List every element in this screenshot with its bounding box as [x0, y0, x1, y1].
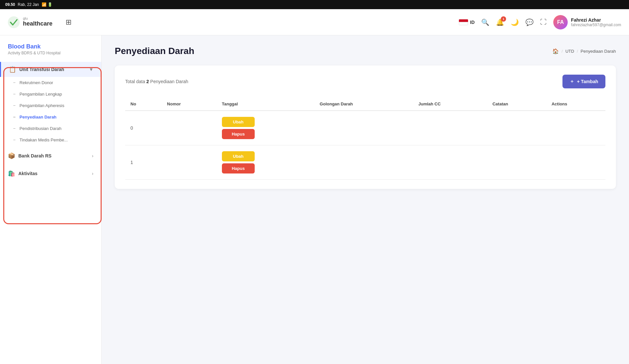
chat-button[interactable]: 💬	[525, 18, 534, 26]
breadcrumb-sep-2: /	[577, 49, 578, 54]
sidebar-item-pengambilan-lengkap[interactable]: − Pengambilan Lengkap	[0, 88, 101, 100]
sidebar-item-rekrutmen-donor[interactable]: − Rekrutmen Donor	[0, 77, 101, 88]
sidebar-section-aktivitas: 🛍️ Aktivitas ›	[0, 166, 101, 181]
page-title: Penyediaan Darah	[115, 46, 194, 56]
sidebar-item-tindakan-medis[interactable]: − Tindakan Medis Pembe...	[0, 134, 101, 146]
row0-jumlahcc	[413, 111, 487, 145]
row1-golongan	[314, 145, 413, 180]
search-button[interactable]: 🔍	[481, 18, 489, 26]
rekrutmen-donor-label: Rekrutmen Donor	[20, 80, 53, 85]
ubah-button-1[interactable]: Ubah	[222, 151, 255, 161]
utd-icon: 📋	[9, 66, 16, 73]
fullscreen-button[interactable]: ⛶	[540, 18, 547, 26]
page-header: Penyediaan Darah 🏠 / UTD / Penyediaan Da…	[115, 46, 616, 56]
bank-darah-icon: 📦	[8, 152, 15, 159]
language-selector[interactable]: ID	[459, 19, 475, 25]
table-body: 0 Ubah Hapus 1	[125, 111, 605, 180]
tindakan-medis-label: Tindakan Medis Pembe...	[20, 137, 68, 142]
row0-actions	[546, 111, 605, 145]
dark-mode-button[interactable]: 🌙	[511, 18, 519, 26]
user-profile[interactable]: FA Fahrezi Azhar fahreziazhar597@gmail.c…	[553, 15, 621, 29]
breadcrumb-current: Penyediaan Darah	[580, 49, 616, 54]
navbar-right: ID 🔍 🔔 1 🌙 💬 ⛶ FA Fahrezi Azhar fahrezia…	[459, 15, 621, 29]
sidebar-item-pendistribusian-darah[interactable]: − Pendistribusian Darah	[0, 123, 101, 134]
add-label: + Tambah	[577, 79, 598, 84]
sidebar-item-pengambilan-apheresis[interactable]: − Pengambilan Apheresis	[0, 100, 101, 111]
layout: Blood Bank Activity BDRS & UTD Hospital …	[0, 35, 629, 364]
logo-glu: glu	[23, 17, 52, 20]
data-table: No Nomor Tanggal Golongan Darah Jumlah C…	[125, 98, 605, 180]
add-button[interactable]: ＋ + Tambah	[562, 75, 605, 88]
chevron-right-icon-2: ›	[92, 171, 93, 176]
col-nomor: Nomor	[162, 98, 217, 111]
row0-tanggal: Ubah Hapus	[217, 111, 315, 145]
table-header-row: No Nomor Tanggal Golongan Darah Jumlah C…	[125, 98, 605, 111]
add-icon: ＋	[570, 79, 574, 84]
row0-nomor	[162, 111, 217, 145]
notification-button[interactable]: 🔔 1	[496, 18, 504, 26]
home-icon[interactable]: 🏠	[552, 48, 559, 54]
col-tanggal: Tanggal	[217, 98, 315, 111]
row0-catatan	[487, 111, 546, 145]
avatar: FA	[553, 15, 568, 29]
row1-tanggal: Ubah Hapus	[217, 145, 315, 180]
flag-indonesia	[459, 19, 468, 25]
logo-icon	[8, 16, 20, 28]
logo-healthcare: healthcare	[23, 20, 52, 27]
row1-catatan	[487, 145, 546, 180]
table-total: Total data 2 Penyediaan Darah	[125, 79, 188, 84]
status-day: Rab, 22 Jan	[18, 2, 39, 7]
aktivitas-label: Aktivitas	[18, 171, 37, 176]
row1-jumlahcc	[413, 145, 487, 180]
table-row: 1 Ubah Hapus	[125, 145, 605, 180]
pengambilan-apheresis-label: Pengambilan Apheresis	[20, 103, 65, 108]
user-email: fahreziazhar597@gmail.com	[571, 23, 621, 27]
penyediaan-darah-label: Penyediaan Darah	[20, 115, 57, 119]
main-content: Penyediaan Darah 🏠 / UTD / Penyediaan Da…	[102, 35, 629, 364]
sidebar-item-unit-transfusi[interactable]: 📋 Unit Transfusi Darah ▼	[0, 62, 101, 77]
hapus-button-1[interactable]: Hapus	[222, 163, 255, 173]
sidebar: Blood Bank Activity BDRS & UTD Hospital …	[0, 35, 102, 364]
svg-point-0	[8, 16, 20, 28]
row1-actions	[546, 145, 605, 180]
sidebar-title: Blood Bank	[8, 43, 93, 50]
hapus-button-0[interactable]: Hapus	[222, 129, 255, 139]
sidebar-section-bank-darah: 📦 Bank Darah RS ›	[0, 148, 101, 163]
row0-no: 0	[125, 111, 162, 145]
col-golongan: Golongan Darah	[314, 98, 413, 111]
status-icons: 📶 🔋	[42, 2, 52, 7]
table-card: Total data 2 Penyediaan Darah ＋ + Tambah…	[115, 65, 616, 189]
col-jumlahcc: Jumlah CC	[413, 98, 487, 111]
row0-golongan	[314, 111, 413, 145]
pengambilan-lengkap-label: Pengambilan Lengkap	[20, 92, 62, 97]
col-actions: Actions	[546, 98, 605, 111]
logo-text: glu healthcare	[23, 17, 52, 27]
utd-label: Unit Transfusi Darah	[19, 67, 64, 72]
grid-icon[interactable]: ⊞	[66, 18, 71, 27]
language-code: ID	[470, 20, 475, 25]
user-name: Fahrezi Azhar	[571, 17, 621, 23]
breadcrumb-sep-1: /	[561, 49, 563, 54]
sidebar-item-penyediaan-darah[interactable]: − Penyediaan Darah	[0, 111, 101, 123]
sidebar-item-bank-darah-rs[interactable]: 📦 Bank Darah RS ›	[0, 148, 101, 163]
notification-badge: 1	[501, 16, 506, 22]
pendistribusian-darah-label: Pendistribusian Darah	[20, 126, 62, 131]
table-toolbar: Total data 2 Penyediaan Darah ＋ + Tambah	[125, 75, 605, 88]
sidebar-header: Blood Bank Activity BDRS & UTD Hospital	[0, 43, 101, 62]
status-time: 09.50	[5, 2, 15, 7]
sidebar-section-utd: 📋 Unit Transfusi Darah ▼ − Rekrutmen Don…	[0, 62, 101, 146]
user-info: Fahrezi Azhar fahreziazhar597@gmail.com	[571, 17, 621, 27]
bank-darah-label: Bank Darah RS	[18, 153, 51, 158]
chevron-right-icon: ›	[92, 153, 93, 158]
logo-area: glu healthcare	[8, 16, 52, 28]
sidebar-subtitle: Activity BDRS & UTD Hospital	[8, 51, 93, 55]
row1-nomor	[162, 145, 217, 180]
ubah-button-0[interactable]: Ubah	[222, 117, 255, 127]
aktivitas-icon: 🛍️	[8, 170, 15, 177]
breadcrumb-utd[interactable]: UTD	[565, 49, 574, 54]
sidebar-item-aktivitas[interactable]: 🛍️ Aktivitas ›	[0, 166, 101, 181]
navbar: glu healthcare ⊞ ID 🔍 🔔 1 🌙 💬 ⛶ FA Fahre…	[0, 9, 629, 35]
breadcrumb: 🏠 / UTD / Penyediaan Darah	[552, 48, 616, 54]
chevron-down-icon: ▼	[89, 67, 93, 72]
table-row: 0 Ubah Hapus	[125, 111, 605, 145]
